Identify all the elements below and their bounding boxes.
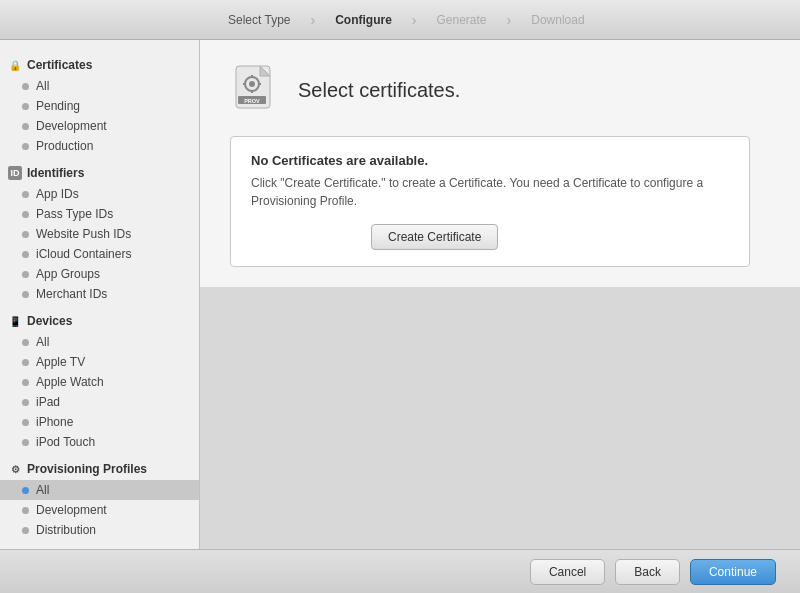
- sidebar-section-devices: 📱 Devices: [0, 308, 199, 332]
- main-layout: 🔒 Certificates All Pending Development P…: [0, 40, 800, 549]
- svg-rect-6: [251, 75, 253, 78]
- prov-section-icon: ⚙: [8, 462, 22, 476]
- create-certificate-button[interactable]: Create Certificate: [371, 224, 498, 250]
- sidebar-item-prov-development[interactable]: Development: [0, 500, 199, 520]
- arrow-3: ›: [505, 12, 514, 28]
- sidebar-item-devices-all[interactable]: All: [0, 332, 199, 352]
- sidebar-item-cert-all[interactable]: All: [0, 76, 199, 96]
- devices-icon: 📱: [8, 314, 22, 328]
- prov-file-icon: PROV: [230, 64, 282, 116]
- info-box: No Certificates are available. Click "Cr…: [230, 136, 750, 267]
- sidebar-item-iphone[interactable]: iPhone: [0, 412, 199, 432]
- info-box-title: No Certificates are available.: [251, 153, 729, 168]
- sidebar-item-ipod-touch[interactable]: iPod Touch: [0, 432, 199, 452]
- back-button[interactable]: Back: [615, 559, 680, 585]
- sidebar-item-website-push-ids[interactable]: Website Push IDs: [0, 224, 199, 244]
- id-icon: ID: [8, 166, 22, 180]
- sidebar-item-app-ids[interactable]: App IDs: [0, 184, 199, 204]
- content-area: PROV Select certificates. No Certifica: [200, 40, 800, 549]
- wizard-bar: Select Type › Configure › Generate › Dow…: [0, 0, 800, 40]
- page-header: PROV Select certificates.: [230, 64, 770, 116]
- arrow-1: ›: [308, 12, 317, 28]
- sidebar-item-merchant-ids[interactable]: Merchant IDs: [0, 284, 199, 304]
- sidebar-item-pass-type-ids[interactable]: Pass Type IDs: [0, 204, 199, 224]
- bottom-bar: Cancel Back Continue: [0, 549, 800, 593]
- content-upper: PROV Select certificates. No Certifica: [200, 40, 800, 287]
- sidebar-item-ipad[interactable]: iPad: [0, 392, 199, 412]
- svg-point-5: [249, 81, 255, 87]
- sidebar-section-provisioning: ⚙ Provisioning Profiles: [0, 456, 199, 480]
- wizard-step-generate: Generate: [419, 0, 505, 39]
- svg-rect-9: [258, 83, 261, 85]
- sidebar-item-cert-development[interactable]: Development: [0, 116, 199, 136]
- wizard-step-select-type: Select Type: [210, 0, 308, 39]
- continue-button[interactable]: Continue: [690, 559, 776, 585]
- svg-rect-8: [243, 83, 246, 85]
- svg-rect-7: [251, 90, 253, 93]
- content-lower: [200, 287, 800, 549]
- sidebar-item-prov-all[interactable]: All: [0, 480, 199, 500]
- sidebar-item-apple-tv[interactable]: Apple TV: [0, 352, 199, 372]
- sidebar-section-identifiers: ID Identifiers: [0, 160, 199, 184]
- sidebar-item-app-groups[interactable]: App Groups: [0, 264, 199, 284]
- sidebar-item-prov-distribution[interactable]: Distribution: [0, 520, 199, 540]
- arrow-2: ›: [410, 12, 419, 28]
- wizard-step-download: Download: [513, 0, 602, 39]
- info-box-description: Click "Create Certificate." to create a …: [251, 174, 729, 210]
- page-title: Select certificates.: [298, 79, 460, 102]
- sidebar-item-cert-production[interactable]: Production: [0, 136, 199, 156]
- cert-icon: 🔒: [8, 58, 22, 72]
- cancel-button[interactable]: Cancel: [530, 559, 605, 585]
- sidebar-item-cert-pending[interactable]: Pending: [0, 96, 199, 116]
- svg-text:PROV: PROV: [244, 98, 260, 104]
- sidebar-item-apple-watch[interactable]: Apple Watch: [0, 372, 199, 392]
- wizard-step-configure: Configure: [317, 0, 410, 39]
- sidebar-section-certificates: 🔒 Certificates: [0, 52, 199, 76]
- sidebar-item-icloud-containers[interactable]: iCloud Containers: [0, 244, 199, 264]
- sidebar: 🔒 Certificates All Pending Development P…: [0, 40, 200, 549]
